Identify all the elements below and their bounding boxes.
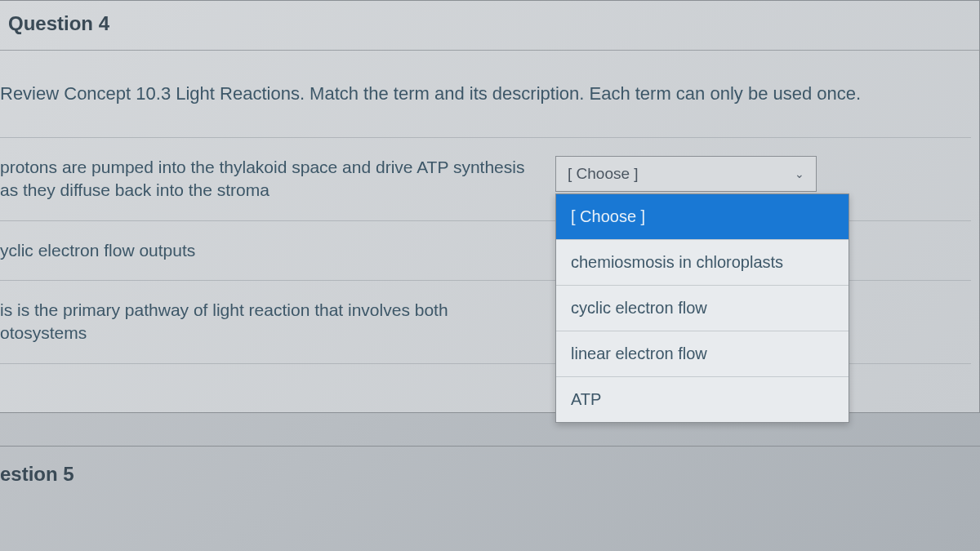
choose-dropdown-1[interactable]: [ Choose ] ⌄ — [555, 156, 817, 192]
next-question-title: estion 5 — [0, 463, 972, 486]
question-instruction: Review Concept 10.3 Light Reactions. Mat… — [0, 83, 971, 104]
match-row-1: protons are pumped into the thylakoid sp… — [0, 137, 971, 220]
question-4-container: Question 4 Review Concept 10.3 Light Rea… — [0, 0, 980, 413]
dropdown-option-chemiosmosis[interactable]: chemiosmosis in chloroplasts — [556, 240, 849, 286]
chevron-down-icon: ⌄ — [795, 167, 804, 180]
dropdown-option-atp[interactable]: ATP — [556, 377, 849, 422]
dropdown-option-cyclic[interactable]: cyclic electron flow — [556, 286, 849, 331]
dropdown-menu: [ Choose ] chemiosmosis in chloroplasts … — [555, 193, 849, 423]
question-body: Review Concept 10.3 Light Reactions. Mat… — [0, 51, 979, 412]
question-header: Question 4 — [0, 1, 979, 51]
match-prompt: protons are pumped into the thylakoid sp… — [0, 156, 555, 202]
select-value: [ Choose ] — [568, 165, 639, 183]
match-prompt: is is the primary pathway of light react… — [0, 299, 555, 345]
question-5-container: estion 5 — [0, 446, 980, 486]
question-title: Question 4 — [8, 12, 971, 35]
match-prompt: yclic electron flow outputs — [0, 239, 555, 262]
select-wrapper-1: [ Choose ] ⌄ [ Choose ] chemiosmosis in … — [555, 156, 817, 192]
dropdown-option-placeholder[interactable]: [ Choose ] — [556, 194, 849, 240]
dropdown-option-linear[interactable]: linear electron flow — [556, 331, 849, 377]
